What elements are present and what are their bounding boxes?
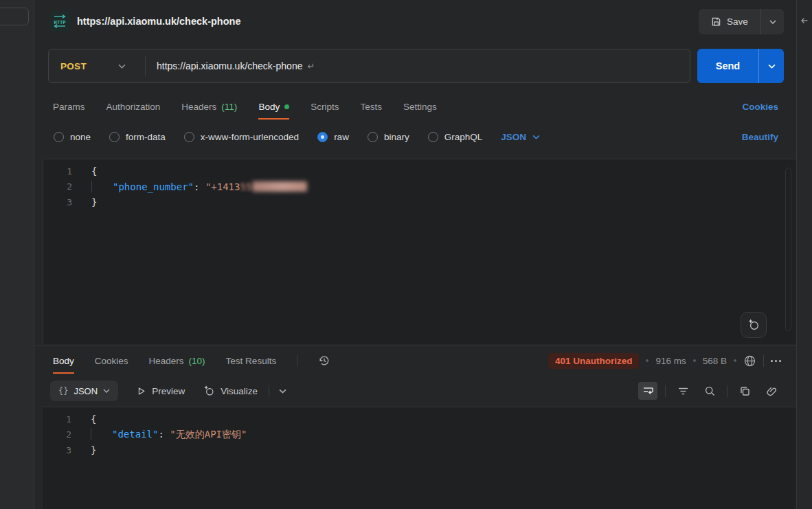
wrap-text-icon (642, 385, 654, 397)
radio-circle (54, 132, 64, 142)
tab-body-label: Body (258, 102, 280, 112)
tab-response-cookies[interactable]: Cookies (95, 347, 128, 374)
url-value: https://api.xiaomu.uk/check-phone (157, 60, 302, 71)
tab-tests[interactable]: Tests (360, 93, 382, 120)
radio-raw-label: raw (334, 132, 349, 142)
tab-response-cookies-label: Cookies (95, 356, 128, 366)
line-number: 1 (43, 166, 72, 177)
tab-scripts-label: Scripts (311, 102, 339, 112)
tab-response-headers-label: Headers (149, 356, 184, 366)
json-key: "phone_number" (113, 181, 194, 192)
code-line: 1 { (43, 411, 796, 427)
tab-settings[interactable]: Settings (403, 93, 437, 120)
save-options-button[interactable] (761, 9, 784, 34)
response-time[interactable]: 916 ms (655, 356, 686, 366)
chevron-down-icon (768, 64, 776, 69)
beautify-link[interactable]: Beautify (742, 132, 778, 142)
filter-button[interactable] (673, 382, 692, 400)
collapse-panel-button[interactable] (800, 17, 809, 24)
response-history-button[interactable] (318, 354, 330, 367)
tab-body[interactable]: Body (258, 93, 289, 120)
response-toolbar: {} JSON Preview Visualize (34, 378, 796, 404)
response-more-actions-button[interactable] (771, 360, 781, 362)
globe-icon (743, 354, 756, 367)
radio-circle (428, 132, 438, 142)
radio-binary-label: binary (384, 132, 409, 142)
tab-tests-label: Tests (360, 102, 382, 112)
tab-headers[interactable]: Headers (11) (181, 93, 237, 120)
radio-graphql[interactable]: GraphQL (428, 132, 483, 142)
code-text: } (91, 444, 96, 455)
raw-format-select[interactable]: JSON (501, 132, 540, 142)
tab-response-body[interactable]: Body (53, 347, 74, 374)
sidebar-stub-box[interactable] (0, 8, 29, 25)
tab-authorization[interactable]: Authorization (106, 93, 161, 120)
preview-button[interactable]: Preview (136, 386, 185, 396)
chevron-down-icon (769, 20, 776, 24)
save-button[interactable]: Save (699, 9, 761, 34)
link-icon (766, 385, 778, 397)
radio-graphql-label: GraphQL (444, 132, 483, 142)
editor-scrollbar[interactable] (785, 168, 791, 331)
tab-scripts[interactable]: Scripts (311, 93, 339, 120)
visualize-sparkle-icon (203, 385, 215, 397)
visualize-button[interactable]: Visualize (203, 385, 258, 397)
tab-params[interactable]: Params (53, 93, 85, 120)
play-icon (136, 386, 146, 396)
radio-urlencoded[interactable]: x-www-form-urlencoded (184, 132, 299, 142)
tab-test-results[interactable]: Test Results (226, 347, 277, 374)
copy-button[interactable] (735, 382, 754, 400)
svg-text:HTTP: HTTP (54, 20, 66, 25)
search-icon (704, 385, 716, 397)
radio-circle (184, 132, 194, 142)
response-format-select[interactable]: {} JSON (50, 381, 118, 401)
chevron-down-icon (103, 389, 110, 393)
tab-test-results-label: Test Results (226, 356, 277, 366)
view-options-button[interactable] (279, 389, 286, 394)
request-response-divider[interactable] (34, 346, 796, 346)
radio-none[interactable]: none (54, 132, 91, 142)
link-button[interactable] (762, 382, 781, 400)
network-info-button[interactable] (743, 354, 756, 367)
radio-binary[interactable]: binary (368, 132, 409, 142)
cookies-link[interactable]: Cookies (742, 93, 778, 120)
send-label: Send (716, 60, 740, 71)
preview-label: Preview (152, 386, 185, 396)
radio-circle-selected (317, 132, 328, 142)
radio-form-data-label: form-data (126, 132, 166, 142)
postbot-sparkle-icon (747, 318, 760, 332)
redaction-blur (252, 181, 307, 192)
line-number: 3 (43, 197, 72, 207)
wrap-text-button[interactable] (638, 382, 657, 400)
json-value-visible: "+1413 (205, 181, 240, 192)
tab-params-label: Params (53, 102, 85, 112)
send-options-button[interactable] (759, 49, 784, 83)
search-button[interactable] (700, 382, 719, 400)
radio-circle (109, 132, 120, 142)
method-label: POST (60, 61, 87, 71)
send-button[interactable]: Send (697, 49, 759, 83)
json-colon: : (194, 181, 205, 192)
request-body-editor[interactable]: 1 { 2 "phone_number": "+141355 3 } (43, 159, 796, 344)
meta-divider (763, 355, 764, 367)
tab-settings-label: Settings (403, 102, 437, 112)
response-body-editor[interactable]: 1 { 2 "detail": "无效的API密钥" 3 } (43, 407, 796, 509)
meta-separator-dot (646, 359, 649, 362)
radio-form-data[interactable]: form-data (109, 132, 166, 142)
actions-divider (727, 385, 728, 397)
response-size[interactable]: 568 B (703, 356, 727, 366)
code-text: "detail": "无效的API密钥" (91, 428, 247, 441)
status-badge[interactable]: 401 Unauthorized (548, 353, 640, 369)
postbot-button[interactable] (741, 312, 767, 338)
http-method-icon: HTTP (49, 11, 70, 32)
radio-raw[interactable]: raw (317, 132, 349, 142)
request-tabs: Params Authorization Headers (11) Body S… (34, 93, 796, 120)
copy-icon (739, 385, 751, 397)
method-select[interactable]: POST (49, 49, 145, 82)
url-input[interactable]: https://api.xiaomu.uk/check-phone↵ (146, 60, 315, 71)
meta-separator-dot (734, 359, 736, 362)
filter-icon (677, 385, 689, 397)
tab-response-body-label: Body (53, 356, 74, 366)
toolbar-divider (269, 385, 269, 397)
tab-response-headers[interactable]: Headers (10) (149, 347, 205, 374)
